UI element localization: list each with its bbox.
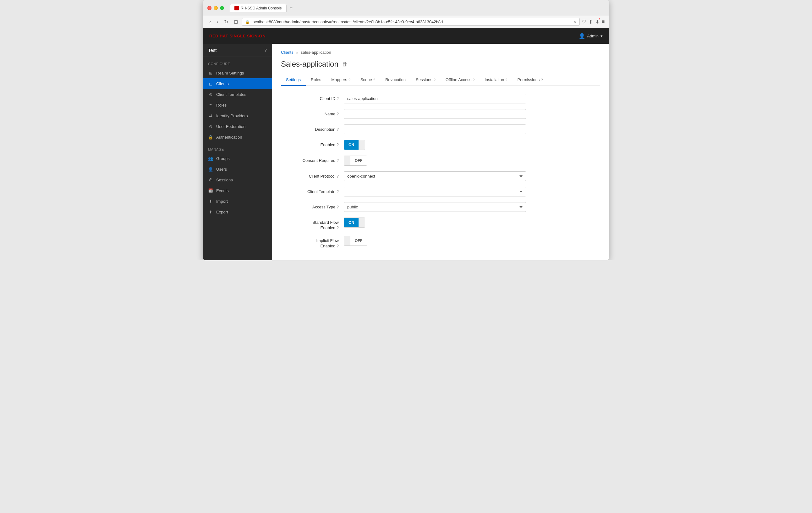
- client-template-label: Client Template ?: [281, 187, 344, 194]
- standard-flow-help-icon[interactable]: ?: [337, 226, 339, 230]
- grid-button[interactable]: ⊞: [232, 18, 240, 25]
- sidebar-item-events[interactable]: 📅 Events: [203, 185, 272, 196]
- sessions-icon: ⏱: [208, 177, 213, 182]
- consent-required-help-icon[interactable]: ?: [337, 159, 339, 163]
- sidebar-item-realm-settings[interactable]: ⊞ Realm Settings: [203, 67, 272, 78]
- consent-required-toggle-control[interactable]: OFF: [344, 155, 367, 166]
- maximize-button[interactable]: [220, 6, 224, 10]
- sidebar-item-sessions[interactable]: ⏱ Sessions: [203, 174, 272, 185]
- import-icon: ⬇: [208, 199, 213, 204]
- implicit-flow-help-icon[interactable]: ?: [337, 244, 339, 248]
- forward-button[interactable]: ›: [214, 19, 220, 25]
- delete-icon[interactable]: 🗑: [342, 61, 348, 67]
- reload-button[interactable]: ↻: [222, 18, 230, 25]
- manage-section-label: Manage: [203, 142, 272, 153]
- description-label: Description ?: [281, 124, 344, 132]
- sidebar-item-client-templates[interactable]: ⊙ Client Templates: [203, 89, 272, 99]
- client-template-select[interactable]: [344, 187, 526, 196]
- new-tab-button[interactable]: +: [287, 3, 296, 12]
- client-protocol-help-icon[interactable]: ?: [337, 174, 339, 178]
- client-id-help-icon[interactable]: ?: [337, 96, 339, 101]
- client-template-help-icon[interactable]: ?: [337, 190, 339, 194]
- tab-sessions[interactable]: Sessions ?: [411, 74, 441, 86]
- access-type-control: public confidential bearer-only: [344, 202, 526, 212]
- client-protocol-label: Client Protocol ?: [281, 171, 344, 178]
- sidebar-item-roles[interactable]: ≡ Roles: [203, 99, 272, 110]
- breadcrumb-clients[interactable]: Clients: [281, 50, 293, 55]
- realm-settings-icon: ⊞: [208, 70, 213, 76]
- sidebar-item-label: User Federation: [216, 124, 245, 129]
- sidebar-item-clients[interactable]: ◻ Clients: [203, 78, 272, 89]
- name-help-icon[interactable]: ?: [337, 112, 339, 116]
- tab-favicon: [234, 6, 239, 10]
- access-type-select[interactable]: public confidential bearer-only: [344, 202, 526, 212]
- enabled-toggle-control[interactable]: ON: [344, 140, 365, 150]
- tab-mappers[interactable]: Mappers ?: [326, 74, 355, 86]
- sidebar-item-identity-providers[interactable]: ⇄ Identity Providers: [203, 110, 272, 121]
- standard-flow-toggle-off[interactable]: [358, 218, 365, 227]
- identity-providers-icon: ⇄: [208, 113, 213, 118]
- tab-mappers-help: ?: [348, 78, 350, 82]
- tab-settings-label: Settings: [286, 77, 301, 82]
- menu-icon[interactable]: ≡: [602, 19, 605, 25]
- downloads-icon[interactable]: ⬇1: [595, 19, 599, 25]
- minimize-button[interactable]: [214, 6, 218, 10]
- sidebar: Test ∨ Configure ⊞ Realm Settings ◻ Clie…: [203, 44, 272, 260]
- client-protocol-select[interactable]: openid-connect saml: [344, 171, 526, 181]
- admin-menu[interactable]: 👤 Admin ▾: [579, 33, 603, 39]
- enabled-toggle-on[interactable]: ON: [344, 140, 358, 150]
- clear-icon[interactable]: ✕: [573, 20, 576, 24]
- tab-installation-label: Installation: [485, 77, 504, 82]
- implicit-flow-toggle-on[interactable]: [344, 236, 350, 246]
- sidebar-item-import[interactable]: ⬇ Import: [203, 196, 272, 206]
- name-input[interactable]: [344, 109, 526, 119]
- tab-offline-access[interactable]: Offline Access ?: [441, 74, 480, 86]
- consent-required-toggle[interactable]: OFF: [344, 155, 526, 166]
- sidebar-item-groups[interactable]: 👥 Groups: [203, 153, 272, 164]
- tab-installation[interactable]: Installation ?: [480, 74, 512, 86]
- access-type-help-icon[interactable]: ?: [337, 205, 339, 209]
- standard-flow-toggle-control[interactable]: ON: [344, 218, 365, 228]
- sidebar-item-users[interactable]: 👤 Users: [203, 164, 272, 174]
- tab-scope[interactable]: Scope ?: [355, 74, 380, 86]
- consent-toggle-on[interactable]: [344, 156, 350, 165]
- settings-form: Client ID ? Name ?: [281, 94, 526, 248]
- sidebar-item-export[interactable]: ⬆ Export: [203, 206, 272, 217]
- client-id-input[interactable]: [344, 94, 526, 104]
- tab-permissions[interactable]: Permissions ?: [512, 74, 548, 86]
- enabled-toggle[interactable]: ON: [344, 140, 526, 150]
- enabled-help-icon[interactable]: ?: [337, 143, 339, 147]
- consent-toggle-off[interactable]: OFF: [350, 156, 367, 165]
- standard-flow-toggle-on[interactable]: ON: [344, 218, 358, 227]
- implicit-flow-toggle[interactable]: OFF: [344, 236, 526, 246]
- enabled-toggle-off[interactable]: [358, 140, 365, 150]
- address-bar[interactable]: 🔒 localhost:8080/auth/admin/master/conso…: [242, 18, 580, 26]
- description-help-icon[interactable]: ?: [337, 127, 339, 132]
- share-icon[interactable]: ⬆: [588, 19, 593, 25]
- tab-scope-label: Scope: [360, 77, 372, 82]
- implicit-flow-toggle-control[interactable]: OFF: [344, 236, 367, 246]
- consent-required-control: OFF: [344, 155, 526, 166]
- description-input[interactable]: [344, 124, 526, 134]
- sidebar-item-authentication[interactable]: 🔒 Authentication: [203, 132, 272, 142]
- tab-roles[interactable]: Roles: [306, 74, 326, 86]
- users-icon: 👤: [208, 167, 213, 172]
- groups-icon: 👥: [208, 156, 213, 161]
- tab-settings[interactable]: Settings: [281, 74, 306, 86]
- realm-selector[interactable]: Test ∨: [203, 44, 272, 57]
- standard-flow-toggle[interactable]: ON: [344, 218, 526, 228]
- address-text: localhost:8080/auth/admin/master/console…: [252, 20, 571, 24]
- sidebar-item-user-federation[interactable]: ⊚ User Federation: [203, 121, 272, 132]
- enabled-label: Enabled ?: [281, 140, 344, 147]
- sidebar-item-label: Groups: [216, 156, 230, 161]
- close-button[interactable]: [207, 6, 211, 10]
- user-federation-icon: ⊚: [208, 124, 213, 129]
- main-layout: Test ∨ Configure ⊞ Realm Settings ◻ Clie…: [203, 44, 609, 260]
- back-button[interactable]: ‹: [207, 19, 213, 25]
- implicit-flow-toggle-off[interactable]: OFF: [350, 236, 367, 246]
- browser-tab[interactable]: RH-SSO Admin Console: [230, 4, 287, 12]
- access-type-label: Access Type ?: [281, 202, 344, 209]
- bookmark-icon[interactable]: ♡: [582, 19, 586, 25]
- tab-revocation[interactable]: Revocation: [380, 74, 411, 86]
- app: RED HAT SINGLE SIGN-ON 👤 Admin ▾ Test ∨ …: [203, 28, 609, 260]
